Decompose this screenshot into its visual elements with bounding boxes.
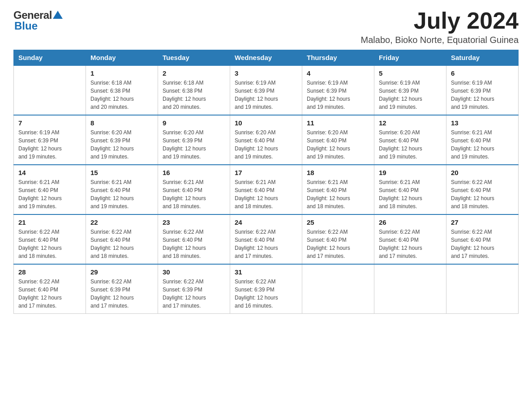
day-info: Sunrise: 6:21 AMSunset: 6:40 PMDaylight:… — [379, 178, 442, 210]
day-info: Sunrise: 6:22 AMSunset: 6:39 PMDaylight:… — [163, 278, 225, 310]
day-info: Sunrise: 6:21 AMSunset: 6:40 PMDaylight:… — [235, 178, 297, 210]
weekday-header-monday: Monday — [86, 50, 158, 66]
day-info: Sunrise: 6:22 AMSunset: 6:40 PMDaylight:… — [451, 178, 514, 210]
day-number: 25 — [307, 218, 369, 226]
day-info: Sunrise: 6:20 AMSunset: 6:40 PMDaylight:… — [235, 128, 297, 161]
day-info: Sunrise: 6:22 AMSunset: 6:39 PMDaylight:… — [235, 278, 297, 310]
day-number: 28 — [18, 268, 81, 276]
day-number: 6 — [451, 69, 514, 77]
day-info: Sunrise: 6:22 AMSunset: 6:40 PMDaylight:… — [235, 228, 297, 260]
day-number: 7 — [18, 119, 81, 127]
day-info: Sunrise: 6:22 AMSunset: 6:40 PMDaylight:… — [451, 228, 514, 260]
day-info: Sunrise: 6:22 AMSunset: 6:40 PMDaylight:… — [18, 278, 81, 310]
calendar-cell: 25Sunrise: 6:22 AMSunset: 6:40 PMDayligh… — [302, 214, 374, 264]
day-number: 31 — [235, 268, 297, 276]
week-row-5: 28Sunrise: 6:22 AMSunset: 6:40 PMDayligh… — [14, 264, 519, 314]
day-info: Sunrise: 6:19 AMSunset: 6:39 PMDaylight:… — [235, 79, 297, 111]
day-info: Sunrise: 6:21 AMSunset: 6:40 PMDaylight:… — [18, 178, 81, 210]
calendar-cell: 4Sunrise: 6:19 AMSunset: 6:39 PMDaylight… — [302, 65, 374, 115]
weekday-header-tuesday: Tuesday — [158, 50, 230, 66]
week-row-3: 14Sunrise: 6:21 AMSunset: 6:40 PMDayligh… — [14, 165, 519, 214]
day-info: Sunrise: 6:19 AMSunset: 6:39 PMDaylight:… — [379, 79, 442, 111]
calendar-cell: 9Sunrise: 6:20 AMSunset: 6:39 PMDaylight… — [158, 115, 230, 165]
day-info: Sunrise: 6:18 AMSunset: 6:38 PMDaylight:… — [90, 79, 153, 111]
weekday-header-friday: Friday — [374, 50, 446, 66]
day-number: 2 — [163, 69, 225, 77]
day-info: Sunrise: 6:20 AMSunset: 6:39 PMDaylight:… — [90, 128, 153, 161]
day-info: Sunrise: 6:21 AMSunset: 6:40 PMDaylight:… — [307, 178, 369, 210]
calendar-cell: 17Sunrise: 6:21 AMSunset: 6:40 PMDayligh… — [230, 165, 302, 214]
location-subtitle: Malabo, Bioko Norte, Equatorial Guinea — [361, 35, 519, 45]
day-info: Sunrise: 6:22 AMSunset: 6:40 PMDaylight:… — [18, 228, 81, 260]
day-number: 20 — [451, 169, 514, 176]
day-number: 12 — [379, 119, 442, 127]
weekday-header-row: SundayMondayTuesdayWednesdayThursdayFrid… — [14, 50, 519, 66]
day-number: 5 — [379, 69, 442, 77]
calendar-cell: 7Sunrise: 6:19 AMSunset: 6:39 PMDaylight… — [14, 115, 86, 165]
day-number: 24 — [235, 218, 297, 226]
calendar-cell: 2Sunrise: 6:18 AMSunset: 6:38 PMDaylight… — [158, 65, 230, 115]
calendar-cell: 11Sunrise: 6:20 AMSunset: 6:40 PMDayligh… — [302, 115, 374, 165]
calendar-cell — [446, 264, 519, 314]
weekday-header-sunday: Sunday — [14, 50, 86, 66]
day-info: Sunrise: 6:22 AMSunset: 6:40 PMDaylight:… — [90, 228, 153, 260]
logo: General Blue — [13, 9, 63, 32]
calendar-cell: 12Sunrise: 6:20 AMSunset: 6:40 PMDayligh… — [374, 115, 446, 165]
day-info: Sunrise: 6:20 AMSunset: 6:40 PMDaylight:… — [307, 128, 369, 161]
day-info: Sunrise: 6:19 AMSunset: 6:39 PMDaylight:… — [18, 128, 81, 161]
day-info: Sunrise: 6:21 AMSunset: 6:40 PMDaylight:… — [163, 178, 225, 210]
calendar-cell: 3Sunrise: 6:19 AMSunset: 6:39 PMDaylight… — [230, 65, 302, 115]
calendar-cell: 15Sunrise: 6:21 AMSunset: 6:40 PMDayligh… — [86, 165, 158, 214]
day-info: Sunrise: 6:22 AMSunset: 6:40 PMDaylight:… — [379, 228, 442, 260]
calendar-cell — [302, 264, 374, 314]
day-number: 21 — [18, 218, 81, 226]
calendar-cell: 20Sunrise: 6:22 AMSunset: 6:40 PMDayligh… — [446, 165, 519, 214]
day-number: 26 — [379, 218, 442, 226]
title-area: July 2024 Malabo, Bioko Norte, Equatoria… — [361, 9, 519, 45]
weekday-header-saturday: Saturday — [446, 50, 519, 66]
calendar-cell — [374, 264, 446, 314]
calendar-cell — [14, 65, 86, 115]
day-number: 14 — [18, 169, 81, 176]
weekday-header-wednesday: Wednesday — [230, 50, 302, 66]
day-number: 9 — [163, 119, 225, 127]
calendar-cell: 1Sunrise: 6:18 AMSunset: 6:38 PMDaylight… — [86, 65, 158, 115]
day-number: 4 — [307, 69, 369, 77]
day-number: 8 — [90, 119, 153, 127]
calendar-cell: 8Sunrise: 6:20 AMSunset: 6:39 PMDaylight… — [86, 115, 158, 165]
day-info: Sunrise: 6:20 AMSunset: 6:39 PMDaylight:… — [163, 128, 225, 161]
day-number: 22 — [90, 218, 153, 226]
day-number: 30 — [163, 268, 225, 276]
day-info: Sunrise: 6:19 AMSunset: 6:39 PMDaylight:… — [451, 79, 514, 111]
calendar-cell: 23Sunrise: 6:22 AMSunset: 6:40 PMDayligh… — [158, 214, 230, 264]
day-number: 27 — [451, 218, 514, 226]
page-header: General Blue July 2024 Malabo, Bioko Nor… — [13, 9, 519, 45]
weekday-header-thursday: Thursday — [302, 50, 374, 66]
day-info: Sunrise: 6:22 AMSunset: 6:40 PMDaylight:… — [163, 228, 225, 260]
logo-blue-text: Blue — [14, 20, 38, 32]
day-number: 15 — [90, 169, 153, 176]
day-number: 29 — [90, 268, 153, 276]
month-year-title: July 2024 — [361, 9, 519, 32]
calendar-cell: 26Sunrise: 6:22 AMSunset: 6:40 PMDayligh… — [374, 214, 446, 264]
day-number: 10 — [235, 119, 297, 127]
calendar-cell: 31Sunrise: 6:22 AMSunset: 6:39 PMDayligh… — [230, 264, 302, 314]
day-number: 17 — [235, 169, 297, 176]
day-number: 19 — [379, 169, 442, 176]
day-info: Sunrise: 6:19 AMSunset: 6:39 PMDaylight:… — [307, 79, 369, 111]
day-number: 11 — [307, 119, 369, 127]
day-info: Sunrise: 6:20 AMSunset: 6:40 PMDaylight:… — [379, 128, 442, 161]
week-row-1: 1Sunrise: 6:18 AMSunset: 6:38 PMDaylight… — [14, 65, 519, 115]
calendar-cell: 22Sunrise: 6:22 AMSunset: 6:40 PMDayligh… — [86, 214, 158, 264]
day-number: 13 — [451, 119, 514, 127]
calendar-table: SundayMondayTuesdayWednesdayThursdayFrid… — [13, 50, 519, 314]
calendar-cell: 27Sunrise: 6:22 AMSunset: 6:40 PMDayligh… — [446, 214, 519, 264]
calendar-cell: 29Sunrise: 6:22 AMSunset: 6:39 PMDayligh… — [86, 264, 158, 314]
calendar-cell: 10Sunrise: 6:20 AMSunset: 6:40 PMDayligh… — [230, 115, 302, 165]
day-number: 16 — [163, 169, 225, 176]
day-info: Sunrise: 6:21 AMSunset: 6:40 PMDaylight:… — [90, 178, 153, 210]
day-info: Sunrise: 6:22 AMSunset: 6:39 PMDaylight:… — [90, 278, 153, 310]
day-info: Sunrise: 6:18 AMSunset: 6:38 PMDaylight:… — [163, 79, 225, 111]
logo-triangle-icon — [53, 10, 63, 20]
calendar-cell: 16Sunrise: 6:21 AMSunset: 6:40 PMDayligh… — [158, 165, 230, 214]
